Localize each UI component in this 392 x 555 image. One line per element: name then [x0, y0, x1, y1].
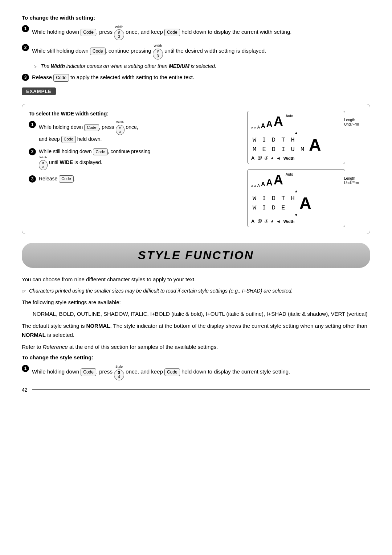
step-2-text: While still holding down Code, continue … — [32, 43, 370, 59]
step-1: 1 While holding down Code, press Width #… — [22, 24, 370, 40]
disp1-a4: A — [261, 123, 265, 129]
disp2-undl-label: Undl/Frm — [344, 181, 359, 185]
example-heading: To select the WIDE width setting: — [29, 111, 240, 117]
disp1-bot-a3: Ⓐ — [264, 156, 268, 161]
disp2-a4: A — [261, 181, 265, 188]
example-step-3-text: Release Code. — [39, 175, 240, 183]
example-step-1-text: While holding down Code, press Width # 3… — [39, 120, 240, 143]
disp1-text-block: W I D T H M E D I U M — [251, 135, 305, 154]
disp2-bot-tri: ◄ — [276, 219, 281, 224]
disp2-length-label: Length — [344, 176, 359, 181]
example-badge: EXAMPLE — [22, 87, 56, 95]
style-function-banner: STYLE FUNCTION — [22, 243, 370, 268]
style-note-text: Characters printed using the smaller siz… — [29, 287, 293, 295]
disp1-bottom-row: A Ⓐ Ⓐ A ◄ Width — [251, 155, 341, 161]
note-line: ☞ The Width indicator comes on when a se… — [33, 62, 370, 70]
example-left: To select the WIDE width setting: 1 Whil… — [29, 111, 240, 227]
style-para5-italic: Reference — [43, 344, 68, 350]
ex-width-key-2: Width # 3 — [39, 155, 48, 170]
disp1-a5: A — [266, 119, 273, 129]
code-key-1: Code — [81, 29, 96, 36]
disp2-bottom-row: A Ⓐ Ⓐ A ◄ Width — [251, 219, 341, 224]
step-num-2: 2 — [22, 44, 29, 51]
step-num-3: 3 — [22, 74, 29, 81]
page-number: 42 — [22, 387, 28, 393]
disp2-arrow-down: ▼ — [251, 213, 341, 217]
disp2-auto: Auto — [286, 172, 293, 176]
code-key-3: Code — [90, 48, 106, 55]
disp2-big-a: A — [299, 195, 311, 212]
style-para4-bold2: NORMAL — [22, 332, 46, 338]
example-step-2: 2 While still holding down Code, continu… — [29, 147, 240, 170]
change-style-heading: To change the style setting: — [22, 354, 370, 360]
style-step-1: 1 While holding down Code, press Style $… — [22, 364, 370, 380]
example-step-num-3: 3 — [29, 175, 36, 183]
step-3-text: Release Code to apply the selected width… — [32, 73, 370, 82]
width-label-2: Width — [154, 43, 162, 48]
ex-hash3-key-2: # 3 — [39, 160, 48, 170]
disp1-a3: A — [257, 125, 260, 129]
disp2-a3: A — [257, 183, 260, 188]
style-para4-prefix: The default style setting is — [22, 323, 86, 329]
disp1-big-a: A — [309, 136, 321, 153]
disp2-line1: W I D T H — [251, 194, 296, 203]
disp1-auto: Auto — [286, 114, 293, 118]
width-key-1: Width # 3 — [114, 24, 124, 40]
example-right: A A A A A A Auto ▲ W I D T H M E D I U M — [247, 111, 363, 227]
note-text: The Width indicator comes on when a sett… — [41, 62, 216, 70]
style-para4-mid: . The style indicator at the bottom of t… — [110, 323, 367, 329]
style-para4-bold1: NORMAL — [86, 323, 110, 329]
display-1-top-row: A A A A A A Auto — [251, 114, 341, 129]
style-para5-prefix: Refer to — [22, 344, 43, 350]
style-para5-end: at the end of this section for samples o… — [68, 344, 218, 350]
disp2-right-labels: Length Undl/Frm — [344, 176, 359, 185]
example-step-1: 1 While holding down Code, press Width #… — [29, 120, 240, 143]
example-step-3: 3 Release Code. — [29, 175, 240, 183]
step-num-1: 1 — [22, 25, 29, 32]
hash3-key-2: # 3 — [153, 49, 163, 60]
disp1-bot-a2: Ⓐ — [257, 155, 261, 161]
ex-width-label-1: Width — [116, 120, 123, 125]
width-section-heading: To change the width setting: — [22, 15, 370, 21]
width-label-1: Width — [115, 24, 123, 29]
style-label-1: Style — [115, 364, 123, 369]
ex-code-key-4: Code — [59, 175, 73, 182]
disp2-a6: A — [274, 172, 283, 188]
style-para2: The following style settings are availab… — [22, 298, 370, 307]
disp1-line1: W I D T H — [251, 135, 305, 145]
display-2: A A A A A A Auto ▲ W I D T H W I D E A — [247, 169, 345, 227]
style-para4: The default style setting is NORMAL. The… — [22, 322, 370, 340]
example-step-num-1: 1 — [29, 121, 36, 128]
ex-code-key-3: Code — [93, 148, 107, 155]
disp2-a5: A — [266, 177, 273, 188]
s4-key-1: $ 4 — [114, 370, 124, 380]
disp2-width-label: Width — [283, 219, 294, 224]
disp2-bot-a1: A — [251, 219, 254, 224]
step-1-text: While holding down Code, press Width # 3… — [32, 24, 370, 40]
display-1-wrapper: A A A A A A Auto ▲ W I D T H M E D I U M — [247, 111, 345, 164]
disp2-bot-a4: A — [271, 220, 273, 223]
style-note-icon: ☞ — [22, 288, 26, 295]
style-note-line: ☞ Characters printed using the smaller s… — [22, 287, 370, 295]
display-2-wrapper: A A A A A A Auto ▲ W I D T H W I D E A — [247, 169, 345, 227]
style-para1: You can choose from nine different chara… — [22, 275, 370, 284]
code-key-4: Code — [53, 74, 69, 82]
disp2-line2: W I D E — [251, 203, 296, 213]
ex-hash3-key-1: # 3 — [116, 125, 124, 135]
disp2-bot-a2: Ⓐ — [257, 219, 261, 224]
style-code-key-2: Code — [164, 368, 180, 376]
step-2: 2 While still holding down Code, continu… — [22, 43, 370, 59]
disp1-arrow-up: ▲ — [251, 131, 341, 135]
style-para5: Refer to Reference at the end of this se… — [22, 343, 370, 352]
disp1-main: W I D T H M E D I U M A — [251, 135, 341, 154]
ex-width-label-2: Width — [40, 155, 47, 160]
example-step-num-2: 2 — [29, 148, 36, 155]
style-code-key-1: Code — [81, 368, 96, 376]
note-icon: ☞ — [33, 63, 38, 70]
disp2-a2: A — [254, 184, 256, 188]
disp2-main: W I D T H W I D E A — [251, 194, 341, 212]
example-step-2-text: While still holding down Code, continue … — [39, 147, 240, 170]
disp2-a1: A — [251, 184, 253, 188]
disp1-right-labels: Length Undl/Frm — [344, 118, 359, 127]
example-box: To select the WIDE width setting: 1 Whil… — [22, 104, 370, 234]
